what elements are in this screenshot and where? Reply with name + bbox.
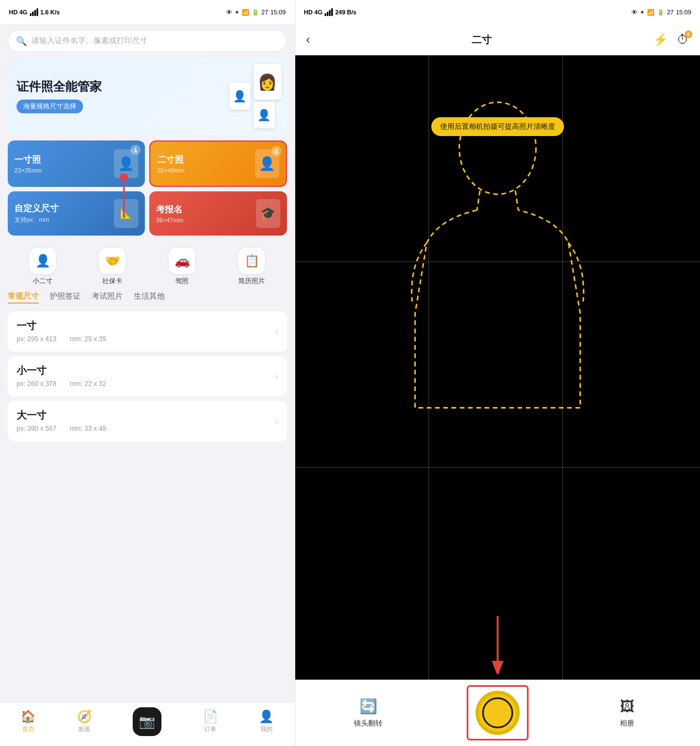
nav-home[interactable]: 🏠 首页 <box>20 710 35 733</box>
flash-button[interactable]: ⚡ <box>653 33 668 47</box>
right-status-left: HD 4G 249 B/s <box>304 8 357 16</box>
camera-icon: 📷 <box>139 714 155 729</box>
icon-row: 👤 小二寸 🤝 社保卡 🚗 驾照 📋 简历照片 <box>0 241 295 288</box>
card-kaobao[interactable]: 考报名 36×47mm 🎓 <box>149 191 286 236</box>
search-bar[interactable]: 🔍 请输入证件名字、像素或打印尺寸 <box>8 30 287 52</box>
card-zidingyi-avatar: 📐 <box>114 199 138 228</box>
card-kaobao-info: 考报名 36×47mm <box>156 204 183 223</box>
icon-label-shebaoka: 社保卡 <box>102 277 122 286</box>
flip-label: 镜头翻转 <box>354 718 383 728</box>
svg-point-2 <box>459 102 536 194</box>
list-item-dayicun[interactable]: 大一寸 px: 390 x 567 mm: 33 x 48 › <box>8 401 287 441</box>
banner-photo-main: 👩 <box>254 64 281 100</box>
search-placeholder: 请输入证件名字、像素或打印尺寸 <box>32 36 148 46</box>
icon-item-jianli[interactable]: 📋 简历照片 <box>238 248 265 286</box>
card-ercun-size: 35×49mm <box>157 167 184 174</box>
card-yicun-title: 一寸照 <box>14 154 41 166</box>
icon-label-xiaorcun: 小二寸 <box>33 277 53 286</box>
banner-decoration: 👤 👩 👤 <box>229 64 281 128</box>
tab-changgui[interactable]: 常规尺寸 <box>8 291 39 304</box>
left-speed-label: 1.6 K/s <box>40 9 60 15</box>
nav-discover[interactable]: 🧭 发现 <box>77 710 92 733</box>
banner-subtitle[interactable]: 海量规格尺寸选择 <box>17 100 83 113</box>
right-battery-label: 27 <box>667 9 673 15</box>
orders-icon: 📄 <box>203 710 218 724</box>
icon-jiashi: 🚗 <box>169 248 195 274</box>
album-label: 相册 <box>620 718 634 728</box>
card-zidingyi-size: 支持px、mm <box>14 216 59 224</box>
search-icon: 🔍 <box>16 36 27 46</box>
card-ercun[interactable]: 二寸照 35×49mm 2 👤 <box>149 140 286 187</box>
bottom-nav: 🏠 首页 🧭 发现 📷 📄 订单 👤 我的 <box>0 702 295 746</box>
left-status-right: 👁 ✴ 📶 🔋 27 15:09 <box>226 9 286 16</box>
left-eye-icon: 👁 <box>226 9 232 15</box>
card-zidingyi[interactable]: 自定义尺寸 支持px、mm 📐 <box>8 191 145 236</box>
card-yicun[interactable]: 一寸照 23×35mm 1 👤 <box>8 140 145 187</box>
card-yicun-info: 一寸照 23×35mm <box>14 154 41 174</box>
home-icon: 🏠 <box>20 710 35 724</box>
list-item-yicun-chevron: › <box>275 327 278 337</box>
left-panel: HD 4G 1.6 K/s 👁 ✴ 📶 🔋 27 15:09 🔍 请输入证件名字… <box>0 0 295 746</box>
list-item-xiaoyicun-sub: px: 260 x 378 mm: 22 x 32 <box>17 379 106 389</box>
icon-item-shebaoka[interactable]: 🤝 社保卡 <box>99 248 126 286</box>
left-status-bar: HD 4G 1.6 K/s 👁 ✴ 📶 🔋 27 15:09 <box>0 0 295 24</box>
right-header: ‹ 二寸 ⚡ ⏱ 5 <box>295 24 700 55</box>
tab-shenghuo[interactable]: 生活其他 <box>134 291 165 304</box>
card-ercun-badge: 2 <box>271 146 281 156</box>
tab-kaoshi[interactable]: 考试照片 <box>92 291 123 304</box>
right-battery-icon: 🔋 <box>657 9 665 16</box>
camera-controls: 🔄 镜头翻转 🖼 相册 <box>295 680 700 746</box>
right-eye-icon: 👁 <box>631 9 638 15</box>
card-yicun-size: 23×35mm <box>14 167 41 174</box>
right-status-right: 👁 ✴ 📶 🔋 27 15:09 <box>631 9 691 16</box>
tab-huzhao[interactable]: 护照签证 <box>50 291 81 304</box>
album-icon: 🖼 <box>620 698 634 715</box>
left-status-left: HD 4G 1.6 K/s <box>9 8 60 16</box>
icon-jianli: 📋 <box>238 248 265 274</box>
right-status-bar: HD 4G 249 B/s 👁 ✴ 📶 🔋 27 15:09 <box>295 0 700 24</box>
card-ercun-title: 二寸照 <box>157 154 184 166</box>
type-cards-grid: 一寸照 23×35mm 1 👤 二寸照 35×49mm 2 👤 自定义尺寸 支持… <box>8 140 287 236</box>
icon-label-jianli: 简历照片 <box>238 277 265 286</box>
icon-label-jiashi: 驾照 <box>175 277 189 286</box>
page-title: 二寸 <box>472 33 492 46</box>
list-item-xiaoyicun-title: 小一寸 <box>17 364 106 377</box>
list-section: 一寸 px: 295 x 413 mm: 25 x 35 › 小一寸 px: 2… <box>0 307 295 702</box>
nav-orders-label: 订单 <box>204 725 216 733</box>
icon-item-jiashi[interactable]: 🚗 驾照 <box>169 248 195 286</box>
list-item-xiaoyicun[interactable]: 小一寸 px: 260 x 378 mm: 22 x 32 › <box>8 356 287 397</box>
shutter-inner <box>482 697 513 728</box>
nav-profile[interactable]: 👤 我的 <box>259 710 274 733</box>
right-speed-label: 249 B/s <box>335 9 357 15</box>
list-item-yicun-sub: px: 295 x 413 mm: 25 x 35 <box>17 335 106 344</box>
ctrl-flip[interactable]: 🔄 镜头翻转 <box>352 698 385 728</box>
shutter-container <box>476 691 520 735</box>
nav-camera-btn[interactable]: 📷 <box>133 707 161 736</box>
list-item-yicun-info: 一寸 px: 295 x 413 mm: 25 x 35 <box>17 319 106 344</box>
ctrl-album[interactable]: 🖼 相册 <box>610 698 644 728</box>
banner-photo-small2: 👤 <box>254 102 275 128</box>
banner-title: 证件照全能管家 <box>17 79 102 95</box>
card-zidingyi-info: 自定义尺寸 支持px、mm <box>14 203 59 224</box>
icon-xiaorcun: 👤 <box>29 248 56 274</box>
list-item-yicun-title: 一寸 <box>17 319 106 332</box>
list-item-dayicun-info: 大一寸 px: 390 x 567 mm: 33 x 48 <box>17 409 106 434</box>
shutter-button[interactable] <box>476 691 520 735</box>
list-item-dayicun-title: 大一寸 <box>17 409 106 422</box>
card-kaobao-size: 36×47mm <box>156 217 183 223</box>
nav-orders[interactable]: 📄 订单 <box>203 710 218 733</box>
timer-button[interactable]: ⏱ 5 <box>677 33 689 47</box>
icon-item-xiaorcun[interactable]: 👤 小二寸 <box>29 248 56 286</box>
right-signal-icon <box>325 8 333 16</box>
card-yicun-badge: 1 <box>130 145 140 155</box>
list-item-dayicun-sub: px: 390 x 567 mm: 33 x 48 <box>17 424 106 434</box>
nav-profile-label: 我的 <box>260 725 273 733</box>
left-battery-icon: 🔋 <box>252 9 259 16</box>
back-button[interactable]: ‹ <box>306 33 310 47</box>
nav-discover-label: 发现 <box>78 725 90 733</box>
left-bt-icon: ✴ <box>234 9 239 16</box>
camera-view: 使用后置相机拍摄可提高照片清晰度 <box>295 55 700 680</box>
list-item-yicun[interactable]: 一寸 px: 295 x 413 mm: 25 x 35 › <box>8 311 287 352</box>
card-kaobao-avatar: 🎓 <box>256 199 280 228</box>
list-item-xiaoyicun-chevron: › <box>275 372 278 382</box>
